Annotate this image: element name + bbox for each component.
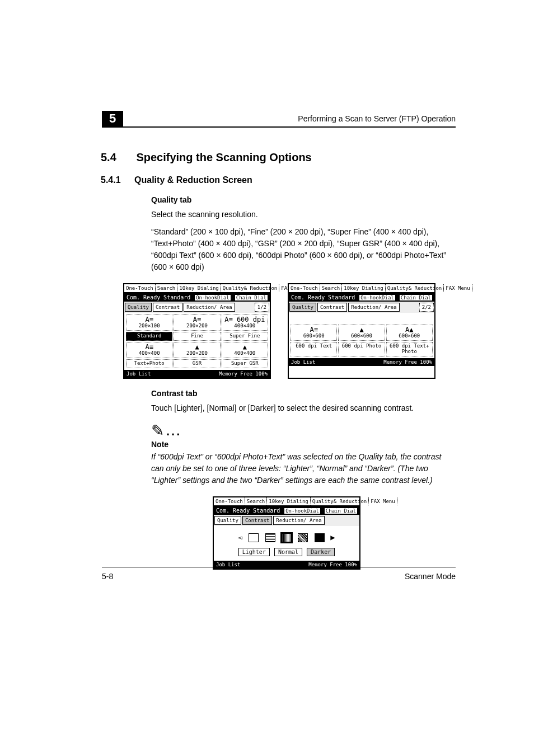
chain-dial-button[interactable]: Chain Dial <box>235 295 268 300</box>
on-hook-dial-button[interactable]: On-hookDial <box>195 295 231 300</box>
resolution-option[interactable]: A≡600×600 <box>291 325 337 341</box>
header-rule <box>102 126 456 128</box>
top-tab[interactable]: Search <box>156 284 178 292</box>
contrast-tab-heading: Contrast tab <box>151 389 456 398</box>
top-tab[interactable]: Search <box>320 284 343 292</box>
resolution-option-superfine[interactable]: Super Fine <box>222 332 268 341</box>
resolution-option[interactable]: A≡400×400 <box>126 342 172 358</box>
status-mid: Standard <box>253 508 280 514</box>
contrast-level[interactable] <box>298 533 308 542</box>
note-block: ✎... Note If “600dpi Text” or “600dpi Ph… <box>151 423 456 486</box>
resolution-option-600photo[interactable]: 600 dpi Photo <box>338 342 385 356</box>
sub-tab-quality[interactable]: Quality <box>214 516 241 525</box>
section-heading: 5.4 Specifying the Scanning Options <box>101 151 467 164</box>
footer-rule <box>102 567 456 567</box>
resolution-option-600textphoto[interactable]: 600 dpi Text+ Photo <box>386 342 433 356</box>
note-dots-icon: ... <box>166 424 181 438</box>
status-mid: Standard <box>163 294 190 300</box>
resolution-option-gsr[interactable]: GSR <box>174 359 220 368</box>
contrast-level[interactable] <box>315 533 325 542</box>
memory-indicator: Memory Free 100% <box>219 371 268 377</box>
top-tab[interactable]: 10key Dialing <box>342 284 385 292</box>
section-title: Specifying the Scanning Options <box>136 151 311 163</box>
sub-tab-reduction[interactable]: Reduction/ Area <box>184 303 235 312</box>
top-tab[interactable]: One-Touch <box>214 497 245 505</box>
on-hook-dial-button[interactable]: On-hookDial <box>359 295 395 300</box>
resolution-option-textphoto[interactable]: Text+Photo <box>126 359 172 368</box>
page-indicator: 1/2 <box>255 303 269 312</box>
sub-tab-quality[interactable]: Quality <box>289 303 316 312</box>
quality-tab-heading: Quality tab <box>151 195 456 204</box>
top-tab[interactable]: FAX Menu <box>444 284 472 292</box>
note-body: If “600dpi Text” or “600dpi Photo+Text” … <box>151 451 456 486</box>
resolution-option[interactable]: A≡200×200 <box>174 314 220 331</box>
lighter-button[interactable]: Lighter <box>238 548 270 556</box>
on-hook-dial-button[interactable]: On-hookDial <box>284 508 320 514</box>
sub-tab-contrast[interactable]: Contrast <box>242 516 272 525</box>
page-number: 5-8 <box>102 572 113 581</box>
top-tab[interactable]: Quality& Reduction <box>221 284 280 292</box>
note-icon: ✎ <box>151 423 164 439</box>
top-tab[interactable]: 10key Dialing <box>267 497 310 505</box>
status-left: Com. Ready <box>216 508 250 514</box>
triangle-right-icon: ▶ <box>330 533 335 542</box>
resolution-option-fine[interactable]: Fine <box>174 332 220 341</box>
chapter-tab: 5 <box>102 111 123 126</box>
lcd-screen-contrast: One-Touch Search 10key Dialing Quality& … <box>213 496 360 570</box>
job-list-button[interactable]: Job List <box>291 359 315 365</box>
contrast-scale: ◅ ▶ <box>214 526 359 546</box>
sub-tab-contrast[interactable]: Contrast <box>153 303 182 312</box>
note-label: Note <box>151 440 456 449</box>
darker-button[interactable]: Darker <box>307 548 335 556</box>
contrast-body: Touch [Lighter], [Normal] or [Darker] to… <box>151 402 456 414</box>
resolution-option[interactable]: ▲600×600 <box>338 325 385 341</box>
running-head: Performing a Scan to Server (FTP) Operat… <box>298 114 456 123</box>
sub-tab-quality[interactable]: Quality <box>125 303 152 312</box>
subsection-title: Quality & Reduction Screen <box>134 175 252 185</box>
resolution-option[interactable]: A≡ 600 dpi400×400 <box>222 314 268 331</box>
lcd-screen-quality-page2: One-Touch Search 10key Dialing Quality& … <box>288 283 435 379</box>
sub-tab-contrast[interactable]: Contrast <box>317 303 347 312</box>
resolution-option-supergsr[interactable]: Super GSR <box>222 359 268 368</box>
memory-indicator: Memory Free 100% <box>383 359 432 365</box>
status-left: Com. Ready <box>291 294 325 300</box>
job-list-button[interactable]: Job List <box>127 371 151 377</box>
sub-tab-reduction[interactable]: Reduction/ Area <box>348 303 399 312</box>
top-tab[interactable]: Search <box>245 497 268 505</box>
subsection-number: 5.4.1 <box>101 175 121 185</box>
resolution-option-standard[interactable]: Standard <box>126 332 172 341</box>
quality-body: “Standard” (200 × 100 dpi), “Fine” (200 … <box>151 226 456 273</box>
page-indicator: 2/2 <box>419 303 434 312</box>
section-number: 5.4 <box>101 151 116 163</box>
contrast-level[interactable] <box>249 533 259 542</box>
top-tab[interactable]: Quality& Reduction <box>386 284 444 292</box>
quality-intro: Select the scanning resolution. <box>151 209 456 220</box>
top-tab[interactable]: 10key Dialing <box>177 284 221 292</box>
chain-dial-button[interactable]: Chain Dial <box>325 508 357 514</box>
top-tab[interactable]: One-Touch <box>289 284 320 292</box>
contrast-level[interactable] <box>265 533 275 542</box>
status-mid: Standard <box>328 294 355 300</box>
resolution-option[interactable]: ▲200×200 <box>174 342 220 358</box>
subsection-heading: 5.4.1 Quality & Reduction Screen <box>101 175 467 185</box>
chain-dial-button[interactable]: Chain Dial <box>400 295 432 300</box>
top-tab[interactable]: Quality& Reduction <box>311 497 369 505</box>
status-left: Com. Ready <box>127 294 160 300</box>
resolution-option[interactable]: A▲600×600 <box>386 325 433 341</box>
resolution-option[interactable]: ▲400×400 <box>222 342 268 358</box>
normal-button[interactable]: Normal <box>274 548 302 556</box>
contrast-level[interactable] <box>282 533 292 542</box>
top-tab[interactable]: One-Touch <box>124 284 156 292</box>
top-tab[interactable]: FAX Menu <box>369 497 397 505</box>
resolution-option-600text[interactable]: 600 dpi Text <box>291 342 337 356</box>
triangle-left-icon: ◅ <box>237 533 242 542</box>
resolution-option[interactable]: A≡200×100 <box>126 314 172 331</box>
footer-title: Scanner Mode <box>405 572 456 581</box>
lcd-screen-quality-page1: One-Touch Search 10key Dialing Quality& … <box>123 283 271 379</box>
sub-tab-reduction[interactable]: Reduction/ Area <box>273 516 324 525</box>
